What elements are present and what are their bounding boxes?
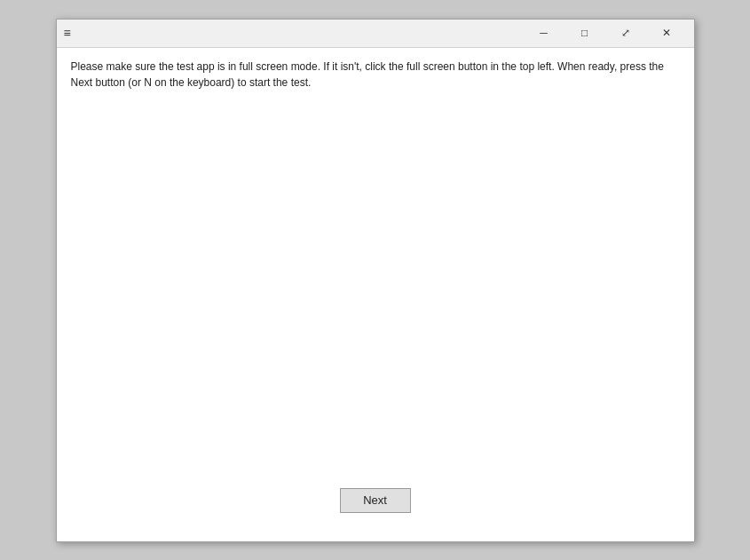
main-window: ≡ ─ □ ⤢ ✕ Please make sure the test app … xyxy=(56,19,695,542)
titlebar-left: ≡ xyxy=(64,27,72,39)
bottom-area: Next xyxy=(71,488,680,531)
close-button[interactable]: ✕ xyxy=(646,19,687,47)
next-button[interactable]: Next xyxy=(340,488,411,513)
content-area: Please make sure the test app is in full… xyxy=(57,48,694,541)
instruction-text: Please make sure the test app is in full… xyxy=(71,59,680,91)
minimize-button[interactable]: ─ xyxy=(524,19,564,47)
maximize-button[interactable]: □ xyxy=(564,19,605,47)
menu-icon[interactable]: ≡ xyxy=(64,27,72,39)
restore-button[interactable]: ⤢ xyxy=(605,19,646,47)
titlebar: ≡ ─ □ ⤢ ✕ xyxy=(57,20,694,48)
titlebar-controls: ─ □ ⤢ ✕ xyxy=(524,19,687,47)
